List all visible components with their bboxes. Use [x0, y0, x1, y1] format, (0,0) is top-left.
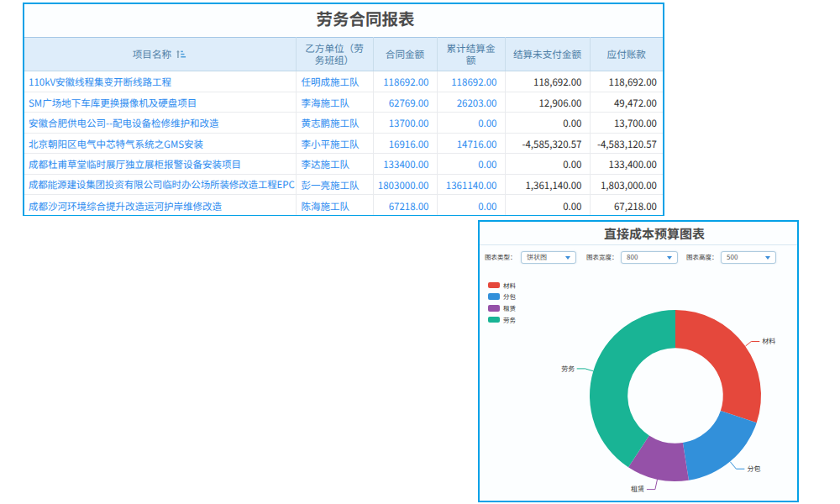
svg-text:租赁: 租赁	[631, 485, 644, 494]
svg-text:分包: 分包	[747, 465, 760, 474]
svg-text:材料: 材料	[762, 337, 775, 346]
svg-text:劳务: 劳务	[561, 365, 575, 374]
